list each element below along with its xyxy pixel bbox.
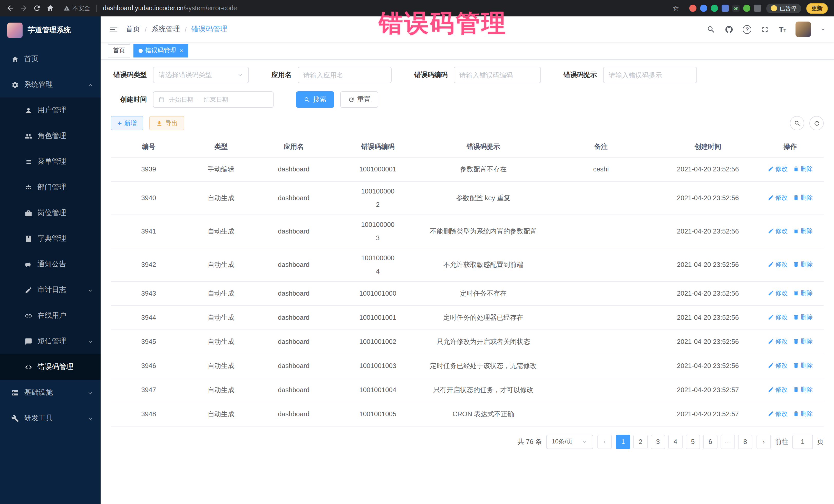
cell-type: 自动生成: [186, 354, 255, 378]
refresh-icon[interactable]: [33, 4, 41, 12]
sidebar-item-online-users[interactable]: 在线用户: [0, 303, 101, 328]
sidebar-item-error-code-management[interactable]: 错误码管理: [0, 354, 101, 380]
edit-link[interactable]: 修改: [768, 165, 788, 174]
app-logo[interactable]: 芋道管理系统: [0, 17, 101, 44]
goto-page-input[interactable]: [792, 435, 813, 449]
more-pages-button[interactable]: ···: [721, 435, 735, 449]
refresh-table-button[interactable]: [809, 116, 824, 130]
extension-icon[interactable]: [711, 5, 718, 12]
cell-remark: [543, 329, 659, 354]
cell-id: 3947: [111, 378, 186, 402]
delete-link[interactable]: 删除: [793, 386, 813, 394]
delete-link[interactable]: 删除: [793, 260, 813, 269]
extension-icon[interactable]: [689, 5, 697, 12]
back-icon[interactable]: [6, 4, 14, 12]
font-size-icon[interactable]: TT: [779, 25, 786, 34]
table-row: 3948自动生成dashboard1001001005CRON 表达式不正确20…: [111, 402, 824, 426]
address-bar[interactable]: dashboard.yudao.iocoder.cn/system/error-…: [103, 5, 237, 12]
sidebar-item-user-management[interactable]: 用户管理: [0, 97, 101, 123]
page-button-6[interactable]: 6: [703, 435, 718, 449]
edit-link[interactable]: 修改: [768, 194, 788, 202]
error-hint-input[interactable]: [603, 67, 697, 83]
page-button-3[interactable]: 3: [651, 435, 665, 449]
extension-icon[interactable]: [722, 5, 729, 12]
date-range-picker[interactable]: 开始日期 - 结束日期: [153, 91, 273, 108]
chat-icon: [25, 337, 32, 345]
edit-link[interactable]: 修改: [768, 410, 788, 418]
edit-link[interactable]: 修改: [768, 227, 788, 236]
search-button[interactable]: 搜索: [296, 91, 334, 108]
reset-button[interactable]: 重置: [340, 91, 378, 108]
sidebar-item-label: 字典管理: [38, 234, 93, 243]
sidebar-item-system-management[interactable]: 系统管理: [0, 72, 101, 97]
security-indicator[interactable]: 不安全: [64, 4, 90, 12]
delete-link[interactable]: 删除: [793, 410, 813, 418]
breadcrumb-item[interactable]: 首页: [126, 25, 140, 34]
page-button-4[interactable]: 4: [668, 435, 683, 449]
table-header-row: 编号类型应用名错误码编码错误码提示备注创建时间操作: [111, 136, 824, 157]
page-button-5[interactable]: 5: [686, 435, 700, 449]
error-type-select[interactable]: 请选择错误码类型: [153, 67, 249, 83]
hamburger-icon[interactable]: [109, 24, 118, 34]
delete-link[interactable]: 删除: [793, 337, 813, 346]
page-button-2[interactable]: 2: [633, 435, 648, 449]
edit-link[interactable]: 修改: [768, 260, 788, 269]
sidebar-item-audit-log[interactable]: 审计日志: [0, 277, 101, 303]
error-code-input[interactable]: [454, 67, 541, 83]
browser-update-button[interactable]: 更新: [806, 3, 828, 14]
cell-time: 2021-04-20 23:52:56: [659, 181, 757, 215]
delete-link[interactable]: 删除: [793, 289, 813, 298]
delete-icon: [793, 166, 799, 172]
page-size-select[interactable]: 10条/页: [546, 435, 593, 449]
delete-icon: [793, 228, 799, 234]
puzzle-icon[interactable]: [754, 5, 761, 12]
delete-link[interactable]: 删除: [793, 227, 813, 236]
prev-page-button[interactable]: ‹: [597, 435, 612, 449]
delete-link[interactable]: 删除: [793, 361, 813, 370]
sidebar-item-dict-management[interactable]: 字典管理: [0, 226, 101, 251]
breadcrumb-item[interactable]: 系统管理: [151, 25, 180, 34]
sidebar-item-menu-management[interactable]: 菜单管理: [0, 149, 101, 175]
page-button-8[interactable]: 8: [738, 435, 752, 449]
edit-link[interactable]: 修改: [768, 386, 788, 394]
sidebar-item-dev-tools[interactable]: 研发工具: [0, 406, 101, 431]
toggle-search-button[interactable]: [790, 116, 804, 130]
page-button-1[interactable]: 1: [616, 435, 630, 449]
search-icon[interactable]: [707, 25, 716, 34]
github-icon[interactable]: [725, 25, 734, 34]
user-avatar[interactable]: [795, 22, 811, 37]
profile-paused-badge[interactable]: 已暂停: [766, 3, 801, 13]
home-icon[interactable]: [46, 4, 54, 12]
delete-link[interactable]: 删除: [793, 165, 813, 174]
add-button[interactable]: +新增: [111, 116, 143, 130]
edit-link[interactable]: 修改: [768, 289, 788, 298]
fullscreen-icon[interactable]: [761, 25, 770, 34]
sidebar-item-role-management[interactable]: 角色管理: [0, 123, 101, 149]
sidebar-item-infrastructure[interactable]: 基础设施: [0, 380, 101, 406]
extension-icon[interactable]: [743, 5, 750, 12]
bookmark-star-icon[interactable]: ☆: [673, 4, 679, 12]
tag-item[interactable]: 首页: [108, 44, 130, 57]
help-icon[interactable]: ?: [743, 25, 752, 34]
sidebar-item-home[interactable]: 首页: [0, 46, 101, 72]
chevron-down-icon[interactable]: [820, 26, 826, 32]
close-icon[interactable]: ×: [180, 47, 183, 54]
tag-item[interactable]: 错误码管理×: [133, 44, 188, 57]
sidebar-item-department-management[interactable]: 部门管理: [0, 175, 101, 200]
edit-link[interactable]: 修改: [768, 337, 788, 346]
extension-icon[interactable]: [700, 5, 707, 12]
sidebar-item-sms-management[interactable]: 短信管理: [0, 328, 101, 354]
delete-link[interactable]: 删除: [793, 194, 813, 202]
delete-link[interactable]: 删除: [793, 313, 813, 322]
sidebar-item-notice-announcement[interactable]: 通知公告: [0, 251, 101, 277]
cell-app: dashboard: [256, 281, 332, 305]
edit-link[interactable]: 修改: [768, 313, 788, 322]
sidebar-item-post-management[interactable]: 岗位管理: [0, 200, 101, 226]
extension-icon[interactable]: on: [732, 5, 740, 12]
next-page-button[interactable]: ›: [756, 435, 771, 449]
edit-link[interactable]: 修改: [768, 361, 788, 370]
export-button[interactable]: 导出: [149, 116, 184, 130]
app-name-input[interactable]: [298, 67, 392, 83]
refresh-icon: [813, 120, 820, 127]
forward-icon[interactable]: [20, 4, 28, 12]
